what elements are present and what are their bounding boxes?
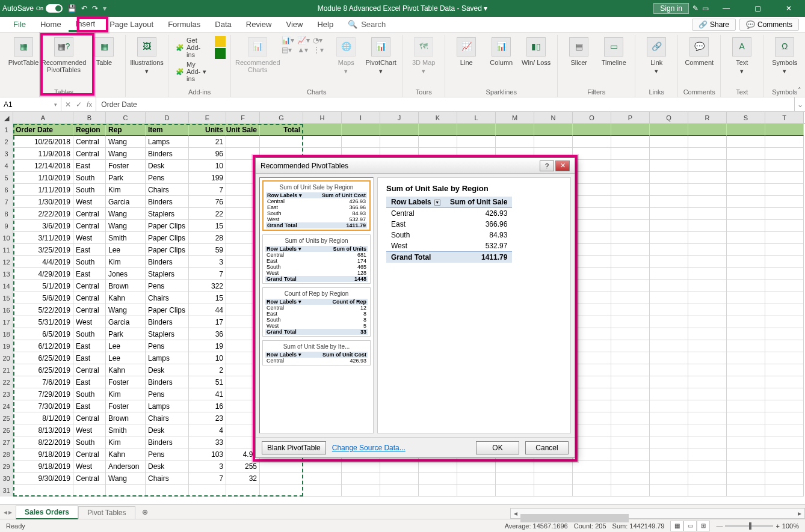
- cell[interactable]: 6/25/2019: [13, 352, 73, 364]
- row-header[interactable]: 7: [0, 196, 13, 208]
- row-header[interactable]: 26: [0, 424, 13, 436]
- row-header[interactable]: 11: [0, 244, 13, 256]
- cell[interactable]: [688, 220, 727, 232]
- cell[interactable]: [727, 485, 765, 497]
- cell[interactable]: [496, 124, 534, 136]
- cell[interactable]: Central: [73, 280, 106, 292]
- cell[interactable]: 36: [189, 328, 226, 340]
- cell[interactable]: Central: [73, 292, 106, 304]
- cell[interactable]: 96: [189, 148, 226, 160]
- cell[interactable]: [419, 485, 457, 497]
- name-box[interactable]: A1▾: [0, 97, 61, 111]
- cell[interactable]: [688, 184, 727, 196]
- row-header[interactable]: 29: [0, 460, 13, 472]
- cell[interactable]: Total: [260, 124, 303, 136]
- cell[interactable]: [727, 184, 765, 196]
- cell[interactable]: [727, 208, 765, 220]
- cell[interactable]: [342, 472, 380, 485]
- dialog-close-button[interactable]: ✕: [555, 161, 570, 171]
- cell[interactable]: [611, 436, 650, 448]
- cell[interactable]: 41: [189, 388, 226, 400]
- cell[interactable]: Central: [73, 364, 106, 376]
- row-header[interactable]: 25: [0, 412, 13, 424]
- cell[interactable]: East: [73, 376, 106, 388]
- cell[interactable]: [534, 472, 573, 485]
- cell[interactable]: Chairs: [146, 292, 189, 304]
- pivotchart-button[interactable]: 📊PivotChart ▾: [365, 36, 397, 76]
- cell[interactable]: [380, 485, 419, 497]
- cell[interactable]: [611, 352, 650, 364]
- cell[interactable]: Desk: [146, 460, 189, 472]
- cell[interactable]: [419, 472, 457, 485]
- cell[interactable]: [650, 232, 688, 244]
- cell[interactable]: 9/30/2019: [13, 472, 73, 485]
- cell[interactable]: 10: [189, 160, 226, 172]
- cell[interactable]: 1/11/2019: [13, 184, 73, 196]
- cell[interactable]: [727, 376, 765, 388]
- cell[interactable]: [765, 280, 804, 292]
- cell[interactable]: [765, 448, 804, 460]
- cell[interactable]: [650, 280, 688, 292]
- cell[interactable]: [611, 292, 650, 304]
- cell[interactable]: [650, 124, 688, 136]
- cell[interactable]: Central: [73, 136, 106, 148]
- my-addins-button[interactable]: 🧩My Add-ins ▾: [173, 60, 209, 83]
- tab-home[interactable]: Home: [33, 17, 69, 32]
- cell[interactable]: [688, 196, 727, 208]
- cell[interactable]: [496, 460, 534, 472]
- cell[interactable]: [765, 316, 804, 328]
- cell[interactable]: [573, 388, 611, 400]
- cell[interactable]: Central: [73, 220, 106, 232]
- column-header[interactable]: C: [106, 112, 146, 123]
- cell[interactable]: [650, 485, 688, 497]
- tab-data[interactable]: Data: [208, 17, 238, 32]
- sparkline-column-button[interactable]: 📊Column: [485, 36, 517, 67]
- timeline-button[interactable]: ▭Timeline: [597, 36, 630, 67]
- cell[interactable]: Lamps: [146, 136, 189, 148]
- cell[interactable]: [342, 124, 380, 136]
- cell[interactable]: Park: [106, 328, 146, 340]
- cell[interactable]: [342, 136, 380, 148]
- cell[interactable]: [688, 256, 727, 268]
- cell[interactable]: [419, 124, 457, 136]
- cell[interactable]: [650, 184, 688, 196]
- column-header[interactable]: J: [380, 112, 419, 123]
- cell[interactable]: West: [73, 424, 106, 436]
- row-header[interactable]: 14: [0, 280, 13, 292]
- row-header[interactable]: 13: [0, 268, 13, 280]
- column-header[interactable]: M: [496, 112, 534, 123]
- cell[interactable]: [611, 184, 650, 196]
- cell[interactable]: Garcia: [106, 316, 146, 328]
- cell[interactable]: Chairs: [146, 184, 189, 196]
- cell[interactable]: [380, 124, 419, 136]
- cell[interactable]: [73, 485, 106, 497]
- dialog-titlebar[interactable]: Recommended PivotTables ? ✕: [256, 158, 575, 174]
- enter-formula-icon[interactable]: ✓: [76, 100, 82, 109]
- row-header[interactable]: 20: [0, 352, 13, 364]
- cell[interactable]: 51: [189, 376, 226, 388]
- cell[interactable]: [727, 364, 765, 376]
- cell[interactable]: [611, 400, 650, 412]
- cell[interactable]: 5/22/2019: [13, 304, 73, 316]
- cell[interactable]: [765, 196, 804, 208]
- cell[interactable]: Kim: [106, 256, 146, 268]
- cell[interactable]: 4/29/2019: [13, 268, 73, 280]
- recommended-pivottables-button[interactable]: ▦?Recommended PivotTables: [42, 36, 85, 75]
- cell[interactable]: [303, 485, 342, 497]
- cell[interactable]: [650, 208, 688, 220]
- cell[interactable]: Lee: [106, 352, 146, 364]
- cell[interactable]: [611, 232, 650, 244]
- cell[interactable]: [573, 316, 611, 328]
- cell[interactable]: 7: [189, 472, 226, 485]
- cell[interactable]: [765, 208, 804, 220]
- cell[interactable]: [765, 256, 804, 268]
- sheet-tab-pivot-tables[interactable]: Pivot Tables: [78, 506, 135, 519]
- row-header[interactable]: 27: [0, 436, 13, 448]
- cell[interactable]: [146, 485, 189, 497]
- cell[interactable]: [727, 292, 765, 304]
- cell[interactable]: 4: [189, 424, 226, 436]
- cell[interactable]: [688, 292, 727, 304]
- cell[interactable]: 322: [189, 280, 226, 292]
- cell[interactable]: [573, 472, 611, 485]
- cell[interactable]: [650, 172, 688, 184]
